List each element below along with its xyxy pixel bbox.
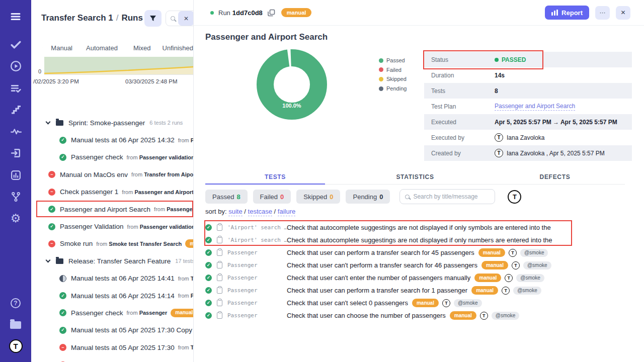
tree-run-row[interactable]: ✓Passenger Validationfrom Passenger vali… [31, 218, 193, 235]
tree-run-row[interactable]: ✓Manual tests at 05 Apr 2025 17:30 Copyf… [31, 322, 193, 339]
test-title: Check that user can't perform a transfer… [287, 261, 477, 269]
breadcrumb-project[interactable]: Transfer Search 1 [41, 13, 113, 23]
settings-gear-icon[interactable]: ⚙ [0, 211, 31, 226]
sign-in-icon[interactable] [0, 145, 31, 160]
test-row[interactable]: ✓PassengerCheck that user can choose the… [205, 309, 644, 322]
runs-trend-chart: 0 [31, 57, 193, 75]
passed-status-icon: ✓ [205, 249, 212, 256]
run-label: Passenger check [71, 153, 123, 161]
test-row[interactable]: ✓PassengerCheck that user can perform a … [205, 284, 644, 297]
test-title: Check that user can perform a transfer s… [287, 249, 474, 256]
detail-row-duration: Duration14s [424, 67, 632, 83]
run-title: Passenger and Airport Search [205, 32, 328, 42]
tree-run-row[interactable]: ✓Manual tests at 06 Apr 2025 14:14from P… [31, 287, 193, 304]
tree-folder-row[interactable]: Sprint: Smoke-passenger6 tests 2 runs [31, 114, 193, 131]
test-suite-name: 'Airport' search … [227, 224, 287, 231]
passed-status-icon: ✓ [59, 137, 66, 144]
tree-run-row[interactable]: −Smoke runfrom Smoke test Transfer Searc… [31, 235, 193, 252]
tree-folder-row[interactable]: Release: Transfer Search Feature17 tests… [31, 252, 193, 269]
chevron-down-icon[interactable] [46, 119, 51, 124]
steps-icon[interactable] [0, 102, 31, 117]
close-run-button[interactable]: ✕ [616, 6, 630, 20]
tests-search[interactable] [399, 189, 495, 204]
chip-label: Skipped [303, 193, 327, 201]
filter-chip-pending[interactable]: Pending0 [346, 190, 390, 204]
sort-option-failure[interactable]: failure [278, 208, 295, 216]
run-play-icon[interactable] [0, 58, 31, 73]
test-row[interactable]: ✓'Airport' search …Check that autocomple… [205, 221, 644, 234]
tree-run-row[interactable]: ✓Passenger checkfrom Passenger validatio… [31, 149, 193, 166]
filter-chip-skipped[interactable]: Skipped0 [296, 190, 340, 204]
legend-dot [379, 86, 383, 91]
tab-tests[interactable]: TESTS [205, 169, 345, 184]
activity-pulse-icon[interactable] [0, 124, 31, 139]
sort-option-suite[interactable]: suite [228, 208, 242, 216]
filter-chip-passed[interactable]: Passed8 [205, 190, 248, 204]
tree-run-row[interactable]: −Manual tests at 05 Apr 2025 17:30from T… [31, 339, 193, 356]
tasks-check-icon[interactable] [0, 37, 31, 52]
manual-badge: manual [450, 311, 476, 320]
run-type-tab-mixed[interactable]: Mixed [133, 44, 151, 52]
smoke-tag: @smoke [454, 299, 482, 307]
chevron-down-icon[interactable] [46, 257, 51, 262]
test-row[interactable]: ✓PassengerCheck that user can perform a … [205, 246, 644, 259]
tree-run-row[interactable]: −Manual tests at 06 Mar 2025 11:10from T… [31, 356, 193, 362]
test-suite-name: 'Airport' search … [227, 237, 287, 243]
filter-chip-failed[interactable]: Failed0 [253, 190, 291, 204]
tab-statistics[interactable]: STATISTICS [345, 169, 485, 184]
y-axis-zero: 0 [38, 68, 41, 74]
test-row[interactable]: ✓PassengerCheck that user can't enter th… [205, 272, 644, 284]
sort-label: sort by: [205, 208, 228, 215]
tree-run-row[interactable]: Manual tests at 06 Apr 2025 14:41from Tr… [31, 270, 193, 287]
test-suite-name: Passenger [227, 249, 287, 256]
passed-status-icon: ✓ [59, 309, 66, 316]
panel-close-button[interactable]: ✕ [178, 11, 194, 26]
passed-status-icon: ✓ [59, 154, 66, 161]
tree-run-row[interactable]: −Check passenger 1from Passenger and Air… [31, 184, 193, 201]
smoke-tag: @smoke [523, 261, 551, 269]
detail-row-test-plan: Test PlanPassenger and Airport Search [424, 99, 632, 114]
result-tabs: TESTSSTATISTICSDEFECTS [205, 169, 625, 185]
help-icon[interactable]: ? [0, 296, 31, 311]
reports-chart-icon[interactable] [0, 167, 31, 183]
test-title: Check that user can choose the number of… [287, 312, 446, 319]
test-lists-icon[interactable] [0, 80, 31, 96]
test-row[interactable]: ✓'Airport' search …Check that autocomple… [205, 234, 644, 246]
user-avatar: T [505, 274, 513, 282]
filter-button[interactable] [144, 10, 162, 27]
detail-row-status: StatusPASSED [424, 52, 632, 67]
results-donut-chart: 100.0% [257, 49, 327, 120]
run-type-tab-automated[interactable]: Automated [86, 44, 118, 52]
legend-label: Failed [386, 67, 401, 73]
tree-run-row[interactable]: ✓Manual tests at 06 Apr 2025 14:32from P… [31, 131, 193, 148]
tests-search-input[interactable] [413, 193, 489, 200]
projects-folder-icon[interactable] [0, 317, 31, 332]
more-actions-button[interactable]: ··· [595, 6, 610, 20]
run-type-tab-unfinished[interactable]: Unfinished [163, 44, 193, 52]
detail-value: Apr 5, 2025 5:57 PM → Apr 5, 2025 5:57 P… [495, 119, 617, 126]
branches-icon[interactable] [0, 189, 31, 204]
profile-logo[interactable]: T [0, 338, 31, 353]
assignee-filter-avatar[interactable]: T [508, 190, 521, 204]
sort-option-testcase[interactable]: testcase [248, 208, 272, 216]
tree-run-row[interactable]: −Manual on MacOs envfrom Transfer from A… [31, 166, 193, 183]
report-button[interactable]: Report [545, 6, 589, 20]
test-row[interactable]: ✓PassengerCheck that user can't select 0… [205, 297, 644, 309]
tab-defects[interactable]: DEFECTS [485, 169, 625, 184]
x-axis-labels: /02/2025 3:20 PM 03/30/2025 2:48 PM [33, 78, 79, 84]
legend-item-passed: Passed [379, 56, 407, 65]
run-label: Check passenger 1 [60, 188, 118, 196]
run-type-tab-manual[interactable]: Manual [51, 44, 72, 52]
smoke-tag: @smoke [520, 249, 548, 257]
copy-run-id-button[interactable] [268, 9, 275, 17]
testcase-icon [217, 300, 222, 306]
testcase-icon [217, 237, 222, 243]
tree-run-row[interactable]: ✓Passenger checkfrom Passengermanual6 te… [31, 304, 193, 321]
test-row[interactable]: ✓PassengerCheck that user can't perform … [205, 259, 644, 272]
test-plan-link[interactable]: Passenger and Airport Search [495, 103, 575, 111]
menu-icon[interactable] [0, 9, 31, 24]
tree-run-row[interactable]: ✓Passenger and Airport Searchfrom Passen… [31, 201, 193, 218]
run-manual-badge: manual [281, 8, 312, 17]
runs-panel: Transfer Search 1/Runs ✕ ManualAutomated… [31, 0, 194, 362]
run-label: Passenger and Airport Search [60, 206, 150, 213]
